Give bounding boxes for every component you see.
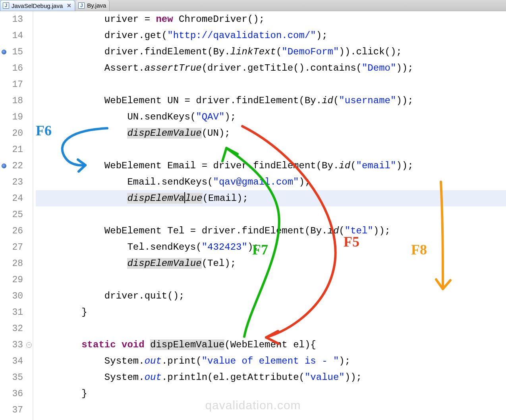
line-number: 37: [8, 405, 25, 415]
code-line[interactable]: System.out.println(el.getAttribute("valu…: [36, 369, 506, 385]
code-line[interactable]: [36, 206, 506, 223]
code-token: System.: [36, 372, 145, 383]
fold-minus-icon[interactable]: −: [26, 342, 32, 348]
code-token: }: [36, 307, 87, 318]
gutter-row: 17: [0, 76, 33, 92]
code-token: [145, 339, 150, 350]
code-token: .print(: [162, 356, 202, 366]
code-line[interactable]: driver.get("http://qavalidation.com/");: [36, 27, 506, 44]
code-token: (driver.getTitle().contains(: [202, 63, 362, 73]
code-token: "DemoForm": [282, 46, 339, 57]
code-line[interactable]: WebElement Tel = driver.findElement(By.i…: [36, 223, 506, 239]
code-line[interactable]: }: [36, 385, 506, 402]
gutter-row: 13: [0, 11, 33, 27]
code-line[interactable]: static void dispElemValue(WebElement el)…: [36, 337, 506, 353]
code-token: [36, 193, 127, 204]
gutter-row: 25: [0, 206, 33, 223]
gutter-row: 14: [0, 27, 33, 44]
code-token: dispElemValue: [150, 339, 224, 350]
gutter-row: 15: [0, 44, 33, 60]
line-number: 28: [8, 258, 25, 269]
code-token: }: [36, 388, 87, 399]
tab-by-java[interactable]: JBy.java: [76, 0, 110, 11]
code-line[interactable]: System.out.print("value of element is - …: [36, 353, 506, 369]
code-token: new: [156, 14, 173, 25]
code-line[interactable]: [36, 402, 506, 418]
code-line[interactable]: Assert.assertTrue(driver.getTitle().cont…: [36, 60, 506, 76]
code-token: out: [145, 356, 162, 366]
code-line[interactable]: Email.sendKeys("qav@gmail.com");: [36, 174, 506, 190]
code-token: );: [316, 30, 328, 41]
code-token: "Demo": [362, 63, 396, 73]
code-token: WebElement Tel = driver.findElement(By.: [36, 225, 328, 236]
line-number: 33: [8, 340, 25, 350]
code-token: "432423": [202, 242, 247, 252]
line-number: 35: [8, 372, 25, 383]
code-line[interactable]: }: [36, 304, 506, 320]
code-token: (WebElement el){: [224, 339, 316, 350]
breakpoint-column[interactable]: [0, 164, 8, 168]
code-line[interactable]: uriver = new ChromeDriver();: [36, 11, 506, 27]
code-token: assertTrue: [145, 63, 202, 73]
line-number: 23: [8, 177, 25, 187]
line-number: 16: [8, 63, 25, 73]
line-number: 24: [8, 193, 25, 204]
code-line[interactable]: driver.quit();: [36, 288, 506, 304]
code-token: "value of element is - ": [202, 356, 339, 366]
gutter-row: 18: [0, 92, 33, 109]
code-token: dispElemValue: [127, 128, 201, 139]
code-token: );: [339, 356, 350, 366]
breakpoint-icon[interactable]: [2, 50, 6, 54]
java-file-icon: J: [78, 2, 85, 9]
code-token: (: [276, 46, 282, 57]
code-token: WebElement UN = driver.findElement(By.: [36, 95, 322, 106]
line-number: 22: [8, 161, 25, 171]
code-line[interactable]: UN.sendKeys("QAV");: [36, 109, 506, 125]
code-line[interactable]: dispElemValue(Email);: [36, 190, 506, 206]
fold-column[interactable]: −: [25, 342, 33, 348]
tab-javaseldebug-java[interactable]: JJavaSelDebug.java✕: [0, 0, 75, 11]
line-number: 18: [8, 96, 25, 106]
code-token: WebElement Email = driver.findElement(By…: [36, 160, 339, 171]
breakpoint-column[interactable]: [0, 50, 8, 54]
code-area[interactable]: uriver = new ChromeDriver(); driver.get(…: [33, 11, 506, 420]
code-line[interactable]: Tel.sendKeys("432423");: [36, 239, 506, 255]
code-token: );: [247, 242, 259, 252]
gutter-row: 21: [0, 141, 33, 158]
code-line[interactable]: [36, 141, 506, 158]
code-token: "tel": [345, 225, 373, 236]
gutter-row: 36: [0, 385, 33, 402]
java-file-icon: J: [3, 2, 9, 9]
code-line[interactable]: dispElemValue(UN);: [36, 125, 506, 141]
code-line[interactable]: dispElemValue(Tel);: [36, 255, 506, 272]
editor-area: 1314151617181920212223242526272829303132…: [0, 11, 506, 420]
gutter-row: 31: [0, 304, 33, 320]
gutter-row: 23: [0, 174, 33, 190]
code-line[interactable]: [36, 76, 506, 92]
code-token: [36, 339, 81, 350]
code-line[interactable]: [36, 272, 506, 288]
gutter-row: 19: [0, 109, 33, 125]
breakpoint-icon[interactable]: [2, 164, 6, 168]
code-line[interactable]: [36, 320, 506, 337]
code-token: driver.get(: [36, 30, 167, 41]
code-line[interactable]: WebElement Email = driver.findElement(By…: [36, 158, 506, 174]
code-token: ));: [396, 95, 413, 106]
code-token: id: [322, 95, 333, 106]
code-token: void: [122, 339, 145, 350]
gutter-row: 27: [0, 239, 33, 255]
tab-label: By.java: [87, 2, 106, 9]
line-number: 19: [8, 112, 25, 122]
code-token: dispElemValue: [127, 258, 201, 269]
close-icon[interactable]: ✕: [67, 2, 71, 9]
code-line[interactable]: WebElement UN = driver.findElement(By.id…: [36, 92, 506, 109]
gutter-row: 33−: [0, 337, 33, 353]
code-token: [36, 258, 127, 269]
gutter: 1314151617181920212223242526272829303132…: [0, 11, 33, 420]
code-line[interactable]: driver.findElement(By.linkText("DemoForm…: [36, 44, 506, 60]
code-token: "email": [356, 160, 396, 171]
code-token: UN.sendKeys(: [36, 112, 196, 122]
code-token: driver.quit();: [36, 291, 184, 301]
code-token: Assert.: [36, 63, 145, 73]
code-token: );: [224, 112, 236, 122]
